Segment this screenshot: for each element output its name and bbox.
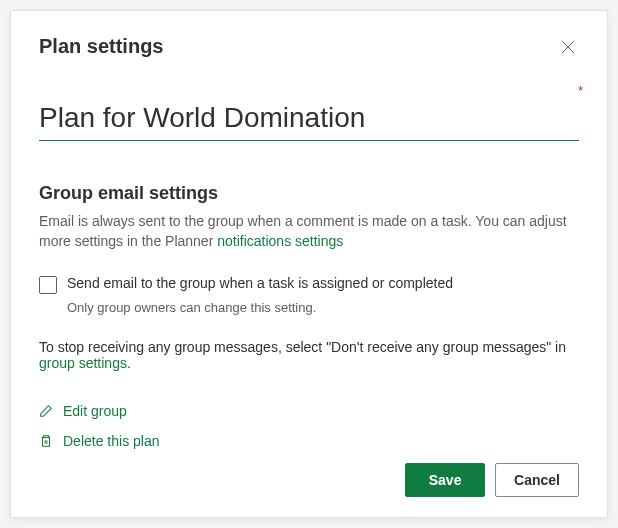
send-email-checkbox-label: Send email to the group when a task is a… bbox=[67, 275, 453, 291]
close-button[interactable] bbox=[557, 36, 579, 58]
stop-prefix: To stop receiving any group messages, se… bbox=[39, 339, 566, 355]
delete-plan-link[interactable]: Delete this plan bbox=[39, 433, 160, 449]
trash-icon bbox=[39, 434, 53, 448]
group-settings-link[interactable]: group settings bbox=[39, 355, 127, 371]
send-email-hint: Only group owners can change this settin… bbox=[67, 300, 579, 315]
delete-plan-label: Delete this plan bbox=[63, 433, 160, 449]
edit-group-label: Edit group bbox=[63, 403, 127, 419]
stop-receiving-text: To stop receiving any group messages, se… bbox=[39, 339, 579, 371]
notifications-settings-link[interactable]: notifications settings bbox=[217, 233, 343, 249]
required-indicator: * bbox=[578, 84, 583, 98]
pencil-icon bbox=[39, 404, 53, 418]
save-button[interactable]: Save bbox=[405, 463, 485, 497]
plan-settings-dialog: Plan settings * Group email settings Ema… bbox=[10, 10, 608, 518]
cancel-button[interactable]: Cancel bbox=[495, 463, 579, 497]
send-email-checkbox[interactable] bbox=[39, 276, 57, 294]
group-email-description: Email is always sent to the group when a… bbox=[39, 212, 579, 251]
group-email-heading: Group email settings bbox=[39, 183, 579, 204]
stop-suffix: . bbox=[127, 355, 131, 371]
send-email-checkbox-row: Send email to the group when a task is a… bbox=[39, 275, 579, 294]
dialog-footer: Save Cancel bbox=[39, 463, 579, 497]
dialog-title: Plan settings bbox=[39, 35, 163, 58]
plan-name-row: * bbox=[39, 98, 579, 141]
plan-name-input[interactable] bbox=[39, 98, 579, 141]
close-icon bbox=[561, 40, 575, 54]
dialog-header: Plan settings bbox=[39, 35, 579, 58]
edit-group-link[interactable]: Edit group bbox=[39, 403, 127, 419]
